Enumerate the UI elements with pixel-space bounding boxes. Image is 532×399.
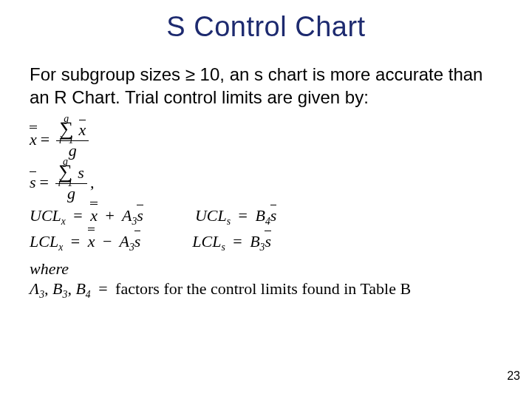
slide: S Control Chart For subgroup sizes ≥ 10,… — [0, 0, 532, 399]
equals-sign: = — [37, 130, 53, 149]
fraction: ∑ g i=1 x g — [56, 119, 89, 159]
sigma-icon: ∑ g i=1 — [58, 162, 72, 183]
sigma-icon: ∑ g i=1 — [59, 119, 73, 140]
x-double-bar: x — [30, 130, 37, 149]
eq-ucl-row: UCLx = x + A3s UCLs = B4s — [30, 206, 502, 228]
ucl-x: UCLx = x + A3s — [30, 206, 143, 228]
page-number: 23 — [507, 369, 520, 383]
fraction: ∑ g i=1 s g — [55, 162, 87, 202]
lcl-s: LCLs = B3s — [192, 232, 271, 253]
factors-text: factors for the control limits found in … — [115, 279, 411, 298]
eq-sbar: s = ∑ g i=1 s g , — [30, 162, 502, 202]
where-label: where — [30, 259, 502, 278]
s-bar: s — [30, 173, 36, 191]
comma: , — [90, 173, 95, 191]
eq-lcl-row: LCLx = x − A3s LCLs = B3s — [30, 232, 502, 253]
equations: x = ∑ g i=1 x g s = — [30, 119, 502, 301]
equals-sign: = — [36, 173, 52, 191]
lcl-x: LCLx = x − A3s — [30, 232, 140, 253]
ucl-s: UCLs = B4s — [195, 206, 276, 228]
eq-xdoublebar: x = ∑ g i=1 x g — [30, 119, 502, 159]
page-title: S Control Chart — [30, 11, 502, 43]
intro-paragraph: For subgroup sizes ≥ 10, an s chart is m… — [30, 64, 502, 109]
factors-line: Λ3, B3, B4 = factors for the control lim… — [30, 279, 502, 301]
s: s — [78, 163, 84, 182]
x-bar: x — [79, 121, 86, 138]
